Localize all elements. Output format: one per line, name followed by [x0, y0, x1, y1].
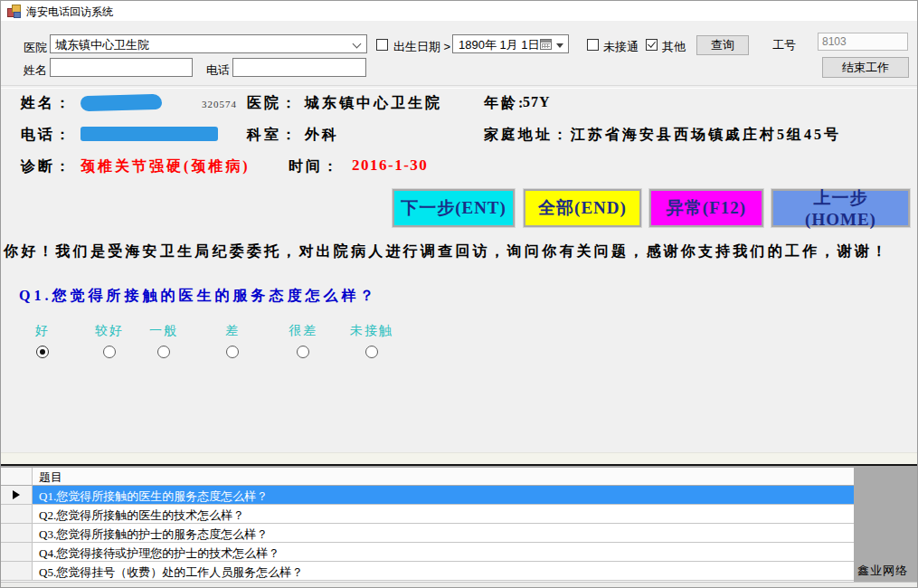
row-cell[interactable]: Q2.您觉得所接触的医生的技术怎么样？	[33, 505, 854, 524]
patient-phone-label: 电话：	[21, 126, 72, 145]
next-step-button[interactable]: 下一步(ENT)	[393, 189, 515, 227]
patient-hospital-value: 城东镇中心卫生院	[305, 94, 442, 113]
row-cell[interactable]: Q3.您觉得所接触的护士的服务态度怎么样？	[33, 524, 854, 543]
patient-phone-redaction	[80, 127, 218, 141]
row-cell[interactable]: Q4.您觉得接待或护理您的护士的技术怎么样？	[33, 543, 854, 562]
patient-name-redaction	[80, 94, 162, 111]
option-good-radio[interactable]	[36, 346, 49, 358]
option-fairly-good-radio[interactable]	[103, 346, 116, 358]
option-very-poor-label[interactable]: 很差	[275, 323, 331, 339]
birthdate-label[interactable]: 出生日期 >	[393, 39, 450, 55]
row-header-cell[interactable]	[1, 486, 33, 505]
name-search-label: 姓名	[24, 62, 47, 79]
question-grid-area: 题目 Q1.您觉得所接触的医生的服务态度怎么样？ Q2.您觉得所接触的医生的技术…	[1, 464, 917, 586]
hospital-label: 医院	[24, 40, 47, 56]
all-button[interactable]: 全部(END)	[524, 189, 641, 227]
table-row[interactable]: Q2.您觉得所接触的医生的技术怎么样？	[1, 505, 854, 524]
patient-dept-value: 外科	[305, 126, 339, 145]
patient-address-label: 家庭地址：	[484, 126, 570, 145]
hospital-combobox-value: 城东镇中心卫生院	[51, 35, 366, 53]
other-label[interactable]: 其他	[662, 39, 686, 55]
not-connected-checkbox[interactable]	[587, 39, 599, 51]
patient-name-label: 姓名：	[21, 94, 72, 113]
table-row[interactable]: Q5.您觉得挂号（收费）处的工作人员服务怎么样？	[1, 562, 854, 581]
row-header-cell[interactable]	[1, 543, 33, 562]
grid-corner-cell[interactable]	[1, 468, 33, 486]
patient-age-value: 57Y	[523, 94, 551, 110]
row-header-cell[interactable]	[1, 524, 33, 543]
patient-address-value: 江苏省海安县西场镇戚庄村5组45号	[571, 126, 841, 145]
table-row[interactable]: Q3.您觉得所接触的护士的服务态度怎么样？	[1, 524, 854, 543]
row-header-cell[interactable]	[1, 505, 33, 524]
time-value: 2016-1-30	[352, 156, 428, 175]
table-row[interactable]: Q4.您觉得接待或护理您的护士的技术怎么样？	[1, 543, 854, 562]
time-label: 时间：	[289, 157, 340, 176]
dropdown-arrow-icon[interactable]	[556, 43, 563, 48]
patient-hospital-label: 医院：	[247, 94, 298, 113]
patient-record-no: 320574	[202, 99, 237, 109]
row-cell[interactable]: Q1.您觉得所接触的医生的服务态度怎么样？	[33, 486, 854, 505]
question-title: Q1.您觉得所接触的医生的服务态度怎么样？	[19, 287, 377, 306]
abnormal-button[interactable]: 异常(F12)	[649, 189, 763, 227]
worker-id-label: 工号	[772, 37, 796, 53]
name-search-input[interactable]	[50, 58, 193, 77]
grid-header-cell[interactable]: 题目	[33, 468, 854, 486]
option-no-contact[interactable]: 未接触	[339, 323, 404, 362]
greeting-text: 你好！我们是受海安卫生局纪委委托，对出院病人进行调查回访，询问你有关问题，感谢你…	[4, 242, 917, 261]
patient-dept-label: 科室：	[247, 126, 298, 145]
row-header-cell[interactable]	[1, 562, 33, 581]
hospital-combobox[interactable]: 城东镇中心卫生院	[50, 34, 367, 53]
not-connected-label[interactable]: 未接通	[603, 39, 639, 55]
diagnosis-value: 颈椎关节强硬(颈椎病)	[80, 157, 251, 176]
option-average-radio[interactable]	[157, 346, 170, 358]
phone-search-label: 电话	[206, 62, 230, 79]
end-work-button[interactable]: 结束工作	[822, 57, 909, 78]
current-row-arrow-icon	[13, 490, 20, 499]
app-icon	[7, 5, 21, 17]
option-good[interactable]: 好	[14, 323, 71, 362]
option-very-poor[interactable]: 很差	[275, 323, 331, 362]
question-grid: 题目 Q1.您觉得所接触的医生的服务态度怎么样？ Q2.您觉得所接触的医生的技术…	[1, 468, 854, 586]
option-average[interactable]: 一般	[136, 323, 192, 362]
title-bar: 海安电话回访系统	[1, 1, 917, 21]
option-fairly-good[interactable]: 较好	[81, 323, 137, 362]
panel-edge	[1, 452, 917, 465]
other-checkbox[interactable]	[646, 39, 658, 51]
calendar-icon	[540, 39, 552, 50]
phone-search-input[interactable]	[232, 58, 366, 77]
separator	[1, 85, 917, 89]
query-button[interactable]: 查询	[696, 35, 749, 55]
app-window: 海安电话回访系统 医院 城东镇中心卫生院 出生日期 > 1890年 1月 1日 …	[0, 0, 918, 588]
birthdate-picker[interactable]: 1890年 1月 1日	[452, 34, 569, 53]
option-fairly-good-label[interactable]: 较好	[81, 323, 137, 339]
option-poor-radio[interactable]	[226, 346, 239, 358]
option-average-label[interactable]: 一般	[136, 323, 192, 339]
diagnosis-label: 诊断：	[21, 157, 72, 176]
birthdate-checkbox[interactable]	[376, 39, 388, 51]
prev-step-button[interactable]: 上一步(HOME)	[771, 189, 910, 227]
option-no-contact-label[interactable]: 未接触	[339, 323, 404, 339]
option-poor-label[interactable]: 差	[204, 323, 260, 339]
grid-header-row: 题目	[1, 468, 854, 486]
option-poor[interactable]: 差	[204, 323, 260, 362]
vendor-brand: 鑫业网络	[857, 563, 908, 579]
row-cell[interactable]: Q5.您觉得挂号（收费）处的工作人员服务怎么样？	[33, 562, 854, 581]
option-good-label[interactable]: 好	[14, 323, 71, 339]
worker-id-field[interactable]	[818, 33, 908, 51]
option-no-contact-radio[interactable]	[365, 346, 378, 358]
table-row[interactable]: Q1.您觉得所接触的医生的服务态度怎么样？	[1, 486, 854, 505]
patient-age-label: 年龄:	[484, 94, 525, 113]
window-title: 海安电话回访系统	[26, 5, 113, 20]
option-very-poor-radio[interactable]	[297, 346, 309, 358]
window-bottom-border	[1, 582, 917, 587]
